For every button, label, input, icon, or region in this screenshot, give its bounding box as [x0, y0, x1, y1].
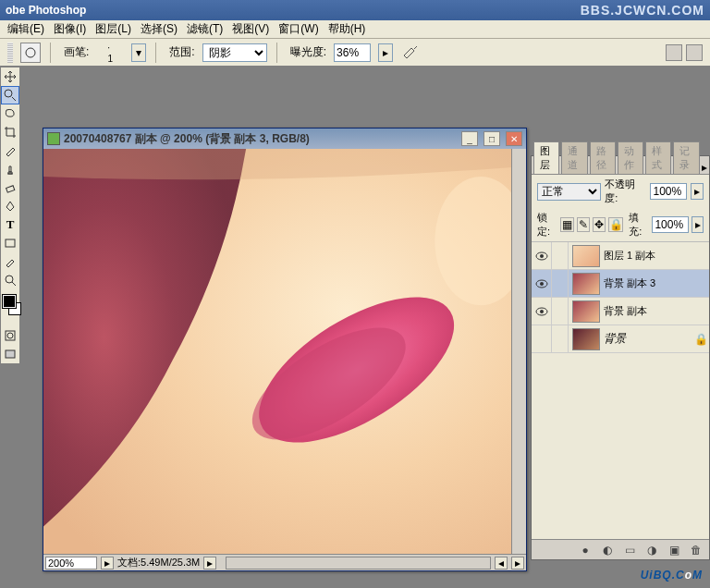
tab-channels[interactable]: 通道	[561, 141, 587, 174]
screenmode-toggle[interactable]	[1, 345, 19, 363]
visibility-toggle[interactable]	[532, 270, 552, 298]
dodge-tool-icon	[24, 46, 37, 59]
lock-position-icon[interactable]: ✥	[593, 217, 606, 232]
visibility-toggle[interactable]	[532, 298, 552, 325]
menu-select[interactable]: 选择(S)	[137, 19, 181, 39]
svg-point-17	[540, 282, 544, 286]
scroll-right-button[interactable]: ▸	[511, 557, 524, 570]
type-tool[interactable]: T	[1, 215, 19, 234]
svg-point-19	[540, 310, 544, 313]
close-button[interactable]: ✕	[506, 131, 522, 146]
grip-icon[interactable]	[7, 43, 13, 63]
foreground-color-swatch[interactable]	[3, 295, 16, 308]
exposure-input[interactable]	[334, 43, 371, 62]
exposure-stepper[interactable]: ▸	[378, 43, 393, 62]
zoom-tool[interactable]	[1, 271, 19, 289]
palette-button[interactable]	[666, 44, 682, 61]
brush-stepper[interactable]: ▾	[131, 43, 146, 62]
opacity-stepper[interactable]: ▸	[691, 183, 704, 200]
delete-layer-button[interactable]: 🗑	[687, 542, 705, 558]
maximize-button[interactable]: □	[484, 131, 500, 146]
lock-transparency-icon[interactable]: ▦	[560, 217, 573, 232]
new-group-button[interactable]: ▭	[620, 542, 639, 558]
fill-input[interactable]	[652, 216, 689, 233]
layer-style-button[interactable]: ●	[576, 542, 594, 558]
shape-tool[interactable]	[1, 234, 19, 252]
eyedropper-icon	[4, 255, 17, 268]
document-titlebar[interactable]: 20070408767 副本 @ 200% (背景 副本 3, RGB/8) _…	[43, 129, 526, 149]
blend-mode-select[interactable]: 正常	[537, 183, 601, 201]
layer-name[interactable]: 图层 1 副本	[604, 249, 709, 263]
menu-layer[interactable]: 图层(L)	[92, 19, 135, 39]
link-cell[interactable]	[552, 298, 569, 325]
minimize-button[interactable]: _	[461, 131, 478, 146]
clone-tool[interactable]	[1, 160, 19, 178]
range-select[interactable]: 阴影	[202, 43, 267, 62]
brush-tool[interactable]	[1, 141, 19, 160]
vertical-scrollbar[interactable]	[511, 149, 526, 554]
color-swatches[interactable]	[1, 293, 19, 326]
eraser-tool[interactable]	[1, 178, 19, 197]
tab-paths[interactable]: 路径	[590, 141, 616, 174]
menu-window[interactable]: 窗口(W)	[275, 19, 322, 39]
menu-image[interactable]: 图像(I)	[50, 19, 90, 39]
tab-layers[interactable]: 图层	[533, 141, 559, 174]
layer-thumbnail[interactable]	[572, 300, 600, 323]
zoom-field[interactable]: 200%	[45, 557, 97, 570]
link-cell[interactable]	[552, 325, 569, 353]
visibility-toggle[interactable]	[532, 325, 552, 353]
options-bar: 画笔: · 1 ▾ 范围: 阴影 曝光度: ▸	[0, 39, 710, 67]
layer-mask-button[interactable]: ◐	[598, 542, 617, 558]
palette-button[interactable]	[686, 44, 703, 61]
menu-filter[interactable]: 滤镜(T)	[183, 19, 226, 39]
quickmask-toggle[interactable]	[1, 326, 19, 345]
new-layer-button[interactable]: ▣	[665, 542, 683, 558]
visibility-toggle[interactable]	[532, 242, 552, 270]
top-watermark: BBS.JCWCN.COM	[581, 3, 704, 18]
menu-view[interactable]: 视图(V)	[228, 19, 273, 39]
layer-thumbnail[interactable]	[572, 273, 600, 295]
tab-actions[interactable]: 动作	[618, 141, 643, 174]
airbrush-icon[interactable]	[400, 43, 421, 62]
layer-row[interactable]: 背景 副本 3	[532, 270, 709, 298]
menu-help[interactable]: 帮助(H)	[324, 19, 370, 39]
layer-row[interactable]: 背景 🔒	[532, 325, 709, 353]
crop-tool[interactable]	[1, 123, 19, 141]
layer-row[interactable]: 图层 1 副本	[532, 242, 709, 270]
lasso-tool[interactable]	[1, 104, 19, 123]
svg-point-0	[26, 48, 35, 57]
tool-preset-picker[interactable]	[20, 43, 41, 63]
layer-name[interactable]: 背景	[604, 331, 694, 347]
tab-history[interactable]: 记录	[673, 141, 699, 174]
info-menu[interactable]: ▸	[203, 557, 216, 570]
layer-name[interactable]: 背景 副本	[604, 304, 709, 318]
opacity-input[interactable]	[650, 183, 687, 200]
rect-icon	[4, 237, 17, 250]
zoom-stepper[interactable]: ▸	[101, 557, 114, 570]
screen-icon	[4, 348, 17, 361]
lock-all-icon[interactable]: 🔒	[608, 217, 623, 232]
layer-list: 图层 1 副本 背景 副本 3 背景 副本 背景 🔒	[532, 242, 709, 529]
menu-edit[interactable]: 编辑(E)	[4, 19, 48, 39]
svg-rect-9	[6, 350, 15, 358]
lock-pixels-icon[interactable]: ✎	[577, 217, 590, 232]
layer-thumbnail[interactable]	[572, 245, 600, 267]
link-cell[interactable]	[552, 242, 569, 270]
dodge-tool[interactable]	[1, 86, 19, 104]
link-cell[interactable]	[552, 270, 569, 298]
layer-thumbnail[interactable]	[572, 328, 600, 350]
fill-stepper[interactable]: ▸	[692, 216, 704, 233]
panel-menu-icon[interactable]: ▸	[700, 161, 709, 174]
eyedropper-tool[interactable]	[1, 252, 19, 271]
horizontal-scrollbar[interactable]	[226, 557, 491, 570]
adjustment-layer-button[interactable]: ◑	[643, 542, 661, 558]
scroll-left-button[interactable]: ◂	[495, 557, 508, 570]
layer-row[interactable]: 背景 副本	[532, 298, 709, 325]
path-tool[interactable]	[1, 197, 19, 215]
tab-styles[interactable]: 样式	[645, 141, 671, 174]
move-tool[interactable]	[1, 67, 19, 86]
brush-preset-picker[interactable]: · 1	[96, 46, 124, 59]
layer-name[interactable]: 背景 副本 3	[604, 276, 709, 290]
canvas[interactable]	[43, 149, 511, 554]
exposure-label: 曝光度:	[290, 44, 326, 60]
